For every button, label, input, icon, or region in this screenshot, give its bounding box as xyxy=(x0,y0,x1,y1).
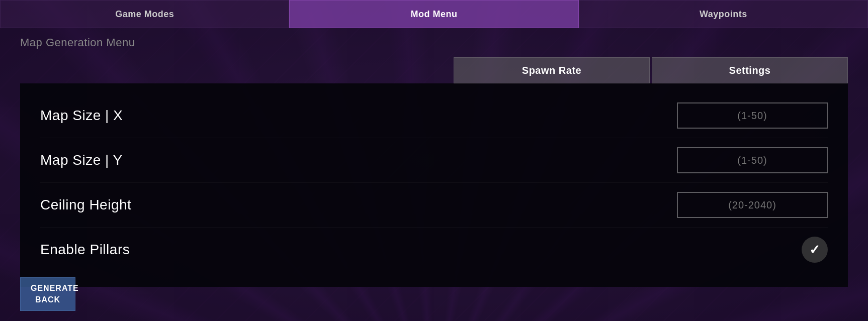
map-size-y-label: Map Size | Y xyxy=(40,152,123,168)
setting-row-map-size-x: Map Size | X xyxy=(40,93,828,138)
ceiling-height-label: Ceiling Height xyxy=(40,197,131,213)
bottom-area: GENERATEBACK xyxy=(20,277,75,311)
sub-tab-settings[interactable]: Settings xyxy=(652,57,848,83)
map-size-x-label: Map Size | X xyxy=(40,108,123,124)
sub-tabs: Spawn Rate Settings xyxy=(20,57,848,83)
main-area: Spawn Rate Settings Map Size | X Map Siz… xyxy=(20,57,848,287)
tab-game-modes[interactable]: Game Modes xyxy=(0,0,289,28)
generate-back-button[interactable]: GENERATEBACK xyxy=(20,277,75,311)
sub-tab-spawn-rate[interactable]: Spawn Rate xyxy=(454,57,650,83)
checkmark-icon: ✓ xyxy=(809,242,820,258)
tab-mod-menu[interactable]: Mod Menu xyxy=(289,0,578,28)
tab-waypoints[interactable]: Waypoints xyxy=(579,0,868,28)
setting-row-ceiling-height: Ceiling Height xyxy=(40,183,828,228)
setting-row-map-size-y: Map Size | Y xyxy=(40,138,828,183)
map-size-y-input[interactable] xyxy=(677,147,828,173)
top-nav: Game Modes Mod Menu Waypoints xyxy=(0,0,868,28)
content-panel: Map Size | X Map Size | Y Ceiling Height… xyxy=(20,83,848,287)
setting-row-enable-pillars: Enable Pillars ✓ xyxy=(40,228,828,272)
map-size-x-input[interactable] xyxy=(677,102,828,129)
ceiling-height-input[interactable] xyxy=(677,192,828,218)
page-title: Map Generation Menu xyxy=(0,28,868,57)
enable-pillars-checkbox[interactable]: ✓ xyxy=(802,237,828,263)
page-wrapper: Game Modes Mod Menu Waypoints Map Genera… xyxy=(0,0,868,321)
enable-pillars-label: Enable Pillars xyxy=(40,242,130,258)
